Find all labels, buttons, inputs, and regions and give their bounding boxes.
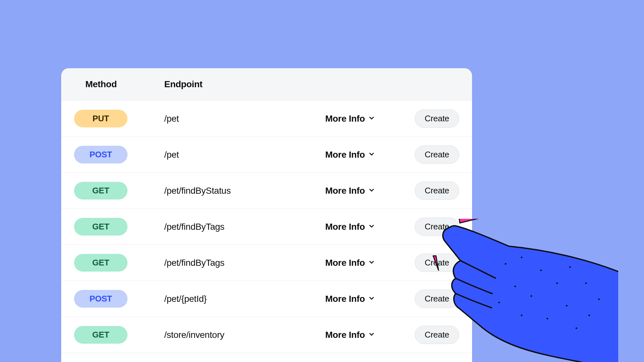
- table-row: GET /pet/findByTags More Info Create: [61, 245, 472, 281]
- svg-point-15: [585, 283, 587, 284]
- svg-point-4: [540, 270, 542, 271]
- method-badge: GET: [74, 254, 128, 272]
- table-row: GET /store/inventory More Info Create: [61, 317, 472, 353]
- more-info-toggle[interactable]: More Info: [325, 294, 375, 304]
- more-info-label: More Info: [325, 114, 365, 124]
- create-button[interactable]: Create: [415, 326, 459, 344]
- chevron-down-icon: [368, 330, 375, 340]
- create-button[interactable]: Create: [415, 145, 459, 164]
- table-row: GET /pet/findByTags More Info Create: [61, 209, 472, 245]
- endpoint-path: /store/inventory: [164, 330, 325, 340]
- method-badge: GET: [74, 218, 128, 236]
- svg-point-10: [576, 328, 577, 329]
- svg-point-5: [556, 283, 558, 284]
- chevron-down-icon: [368, 258, 375, 268]
- create-button[interactable]: Create: [415, 254, 459, 272]
- create-button[interactable]: Create: [415, 290, 459, 308]
- chevron-down-icon: [368, 186, 375, 196]
- column-header-method: Method: [74, 79, 164, 89]
- api-endpoints-panel: Method Endpoint PUT /pet More Info Creat…: [61, 68, 472, 362]
- method-badge: POST: [74, 146, 128, 163]
- svg-point-11: [521, 315, 523, 316]
- endpoint-path: /pet/{petId}: [164, 294, 325, 304]
- method-badge: POST: [74, 290, 128, 308]
- chevron-down-icon: [368, 294, 375, 304]
- svg-point-3: [521, 257, 523, 258]
- more-info-toggle[interactable]: More Info: [325, 330, 375, 340]
- svg-point-14: [598, 299, 600, 300]
- table-row: GET /pet/findByStatus More Info Create: [61, 173, 472, 209]
- create-button[interactable]: Create: [415, 181, 459, 200]
- endpoint-path: /pet: [164, 150, 325, 160]
- endpoint-path: /pet/findByStatus: [164, 186, 325, 196]
- endpoint-path: /pet/findByTags: [164, 258, 325, 268]
- more-info-label: More Info: [325, 150, 365, 160]
- more-info-label: More Info: [325, 330, 365, 340]
- svg-point-13: [589, 315, 590, 316]
- more-info-label: More Info: [325, 294, 365, 304]
- create-button[interactable]: Create: [415, 218, 459, 236]
- endpoint-path: /pet/findByTags: [164, 222, 325, 232]
- more-info-toggle[interactable]: More Info: [325, 222, 375, 232]
- svg-point-9: [547, 318, 548, 320]
- svg-point-6: [531, 295, 532, 297]
- chevron-down-icon: [368, 150, 375, 160]
- method-badge: GET: [74, 326, 128, 344]
- endpoint-path: /pet: [164, 114, 325, 124]
- column-header-endpoint: Endpoint: [164, 79, 325, 89]
- svg-point-16: [569, 266, 571, 268]
- more-info-label: More Info: [325, 258, 365, 268]
- more-info-label: More Info: [325, 222, 365, 232]
- more-info-toggle[interactable]: More Info: [325, 258, 375, 268]
- method-badge: PUT: [74, 110, 128, 127]
- more-info-toggle[interactable]: More Info: [325, 186, 375, 196]
- table-header: Method Endpoint: [61, 68, 472, 101]
- table-row: POST /pet More Info Create: [61, 137, 472, 173]
- svg-point-7: [515, 286, 516, 287]
- more-info-toggle[interactable]: More Info: [325, 150, 375, 160]
- more-info-toggle[interactable]: More Info: [325, 114, 375, 124]
- chevron-down-icon: [368, 114, 375, 124]
- table-row: POST /pet/{petId} More Info Create: [61, 281, 472, 317]
- more-info-label: More Info: [325, 186, 365, 196]
- create-button[interactable]: Create: [415, 109, 459, 128]
- svg-point-2: [505, 263, 507, 265]
- chevron-down-icon: [368, 222, 375, 232]
- table-row: PUT /pet More Info Create: [61, 101, 472, 137]
- svg-point-12: [498, 302, 500, 303]
- method-badge: GET: [74, 182, 128, 200]
- svg-point-8: [566, 305, 568, 307]
